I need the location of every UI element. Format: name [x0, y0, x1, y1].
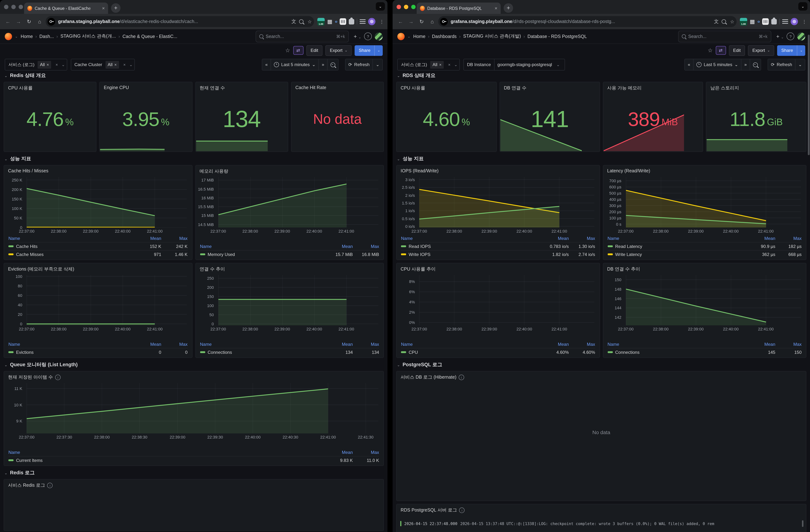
- tab-close-icon[interactable]: ×: [102, 6, 105, 11]
- time-shift-left-button[interactable]: «: [262, 59, 271, 70]
- plot-region[interactable]: [626, 177, 801, 227]
- legend-header-name[interactable]: Name: [200, 244, 319, 249]
- search-input[interactable]: Search... ⌘+k: [256, 31, 349, 42]
- section-collapse-icon[interactable]: ⌄: [397, 74, 400, 78]
- reload-icon[interactable]: ↻: [25, 19, 34, 25]
- legend-header-mean[interactable]: Mean: [319, 342, 353, 347]
- toggle-view-icon[interactable]: ⇄: [716, 46, 726, 55]
- tab-search-button[interactable]: ⌄: [798, 2, 807, 11]
- legend-row[interactable]: CPU4.60%4.60%: [401, 348, 595, 356]
- legend-row[interactable]: Evictions00: [9, 348, 188, 356]
- plot-region[interactable]: [419, 275, 594, 325]
- browser-menu-icon[interactable]: ⋮: [379, 19, 384, 24]
- translate-icon[interactable]: 文: [714, 18, 719, 25]
- reload-icon[interactable]: ↻: [417, 19, 426, 25]
- home-icon[interactable]: ⌂: [35, 19, 44, 25]
- help-icon[interactable]: ?: [364, 32, 372, 40]
- filter-service[interactable]: 서비스 (로그) All× ×⌄: [5, 59, 67, 70]
- address-bar[interactable]: grafana.staging.playball.one/d/rds-postg…: [438, 16, 736, 27]
- legend-header-max[interactable]: Max: [161, 236, 188, 241]
- extensions-puzzle-icon[interactable]: [771, 19, 777, 24]
- back-icon[interactable]: ←: [396, 19, 405, 25]
- plot-region[interactable]: [218, 177, 378, 227]
- zoom-out-button[interactable]: [750, 59, 761, 70]
- section-collapse-icon[interactable]: ⌄: [397, 157, 400, 161]
- refresh-interval-button[interactable]: ⌄: [373, 59, 383, 70]
- browser-menu-icon[interactable]: ⋮: [802, 19, 807, 24]
- extension-badge-icon[interactable]: 1.00: [317, 18, 325, 26]
- legend-row[interactable]: Current Items9.83 K11.0 K: [9, 456, 379, 464]
- browser-tab[interactable]: Database - RDS PostgreSQL ×: [417, 3, 501, 14]
- section-header[interactable]: ⌄RDS 상태 개요: [397, 72, 806, 79]
- plot-region[interactable]: [27, 383, 378, 433]
- legend-row[interactable]: Connections145150: [608, 348, 801, 356]
- close-window-button[interactable]: [396, 5, 401, 9]
- translate-icon[interactable]: 文: [291, 18, 296, 25]
- add-menu-button[interactable]: + ⌄: [354, 33, 361, 39]
- panel-db-connections[interactable]: DB 연결 수141: [500, 82, 600, 152]
- legend-header-mean[interactable]: Mean: [319, 244, 353, 249]
- legend-header-name[interactable]: Name: [608, 236, 742, 241]
- section-header[interactable]: ⌄성능 지표: [4, 156, 383, 162]
- legend-header-mean[interactable]: Mean: [535, 236, 569, 241]
- section-collapse-icon[interactable]: ⌄: [4, 363, 7, 367]
- legend-header-max[interactable]: Max: [353, 244, 379, 249]
- close-window-button[interactable]: [4, 5, 9, 9]
- info-icon[interactable]: i: [459, 507, 465, 513]
- section-header[interactable]: ⌄Redis 상태 개요: [4, 72, 383, 79]
- section-collapse-icon[interactable]: ⌄: [4, 74, 7, 78]
- filter-db-instance[interactable]: DB Instance goormgb-staging-postgresql⌄: [464, 59, 565, 70]
- section-header[interactable]: ⌄Queue 모니터링 (List Length): [4, 361, 383, 368]
- home-icon[interactable]: ⌂: [428, 19, 437, 25]
- page-scrollbar[interactable]: [808, 35, 810, 155]
- zoom-window-button[interactable]: [411, 5, 416, 9]
- legend-row[interactable]: Read Latency90.9 µs182 µs: [608, 242, 801, 250]
- zoom-window-button[interactable]: [19, 5, 23, 9]
- info-icon[interactable]: i: [459, 375, 464, 380]
- section-header[interactable]: ⌄PostgreSQL 로그: [397, 361, 806, 368]
- legend-header-mean[interactable]: Mean: [742, 342, 775, 347]
- forward-icon[interactable]: →: [406, 19, 416, 25]
- tab-close-icon[interactable]: ×: [495, 6, 497, 11]
- legend-row[interactable]: Write IOPS1.82 io/s2.74 io/s: [401, 250, 595, 258]
- browser-tab[interactable]: Cache & Queue - ElastiCache ×: [24, 3, 108, 14]
- back-icon[interactable]: ←: [3, 19, 12, 25]
- legend-header-mean[interactable]: Mean: [742, 236, 775, 241]
- info-icon[interactable]: i: [47, 483, 53, 488]
- window-controls[interactable]: [396, 5, 416, 9]
- legend-header-mean[interactable]: Mean: [535, 342, 569, 347]
- plot-region[interactable]: [27, 275, 187, 325]
- legend-header-mean[interactable]: Mean: [128, 236, 161, 241]
- legend-header-max[interactable]: Max: [775, 342, 801, 347]
- nav-chevron-icon[interactable]: ⌄: [15, 34, 18, 38]
- log-row[interactable]: 2026-04-15 22:37:48.0002026-04-15 13:37:…: [400, 521, 797, 526]
- minimize-window-button[interactable]: [11, 5, 16, 9]
- legend-header-max[interactable]: Max: [775, 236, 801, 241]
- site-info-icon[interactable]: [47, 18, 55, 26]
- legend-header-mean[interactable]: Mean: [319, 450, 353, 455]
- new-tab-button[interactable]: +: [111, 3, 120, 13]
- bookmark-star-icon[interactable]: ☆: [307, 19, 312, 24]
- search-input[interactable]: Search... ⌘+k: [678, 31, 771, 42]
- add-menu-button[interactable]: + ⌄: [776, 33, 784, 39]
- user-avatar[interactable]: [797, 32, 805, 41]
- section-collapse-icon[interactable]: ⌄: [397, 363, 400, 367]
- profile-avatar[interactable]: [368, 18, 375, 25]
- panel-free-memory[interactable]: 사용 가능 메모리389MiB: [603, 82, 703, 152]
- legend-row[interactable]: Connections134134: [200, 348, 379, 356]
- section-header[interactable]: ⌄성능 지표: [397, 156, 806, 162]
- extensions-puzzle-icon[interactable]: [349, 19, 354, 24]
- section-header[interactable]: ⌄Redis 로그: [4, 470, 383, 476]
- time-range-picker[interactable]: Last 5 minutes⌄: [694, 59, 741, 70]
- legend-header-max[interactable]: Max: [161, 342, 188, 347]
- time-shift-left-button[interactable]: «: [684, 59, 694, 70]
- share-button[interactable]: Share⌄: [355, 45, 383, 56]
- favorite-star-icon[interactable]: ☆: [285, 47, 290, 54]
- legend-header-max[interactable]: Max: [353, 342, 379, 347]
- refresh-button[interactable]: ⟳Refresh: [345, 59, 373, 70]
- breadcrumb[interactable]: Home› Dash...› STAGING 서비스 관측(개...› Cach…: [21, 33, 177, 39]
- legend-header-max[interactable]: Max: [353, 450, 379, 455]
- window-controls[interactable]: [4, 5, 23, 9]
- legend-header-name[interactable]: Name: [9, 342, 128, 347]
- panel-engine-cpu[interactable]: Engine CPU3.95%: [99, 82, 192, 152]
